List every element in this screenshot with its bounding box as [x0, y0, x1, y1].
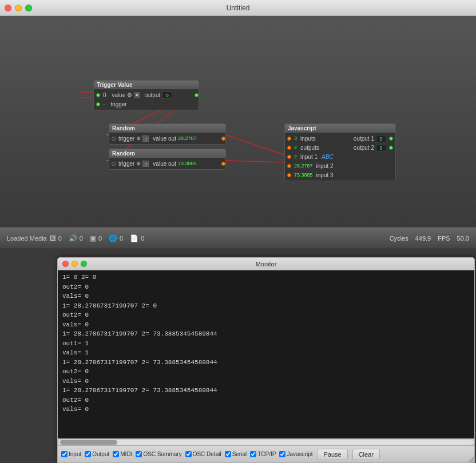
trigger-value-row-trigger: - trigger — [96, 99, 196, 109]
monitor-footer: Input Output MIDI OSC Summary OSC Detail… — [58, 445, 474, 462]
monitor-minimize-button[interactable] — [72, 261, 78, 267]
log-line: out1= 1 — [62, 339, 470, 349]
checkbox-javascript[interactable]: Javascript — [279, 451, 312, 457]
js-outputs-count: 2 — [294, 145, 297, 150]
clear-button[interactable]: Clear — [352, 449, 380, 460]
resize-handle[interactable] — [467, 456, 474, 462]
js-row-input1: 2 input 1 ABC — [287, 152, 393, 161]
x-button[interactable]: ✕ — [134, 92, 140, 98]
input-checkbox[interactable] — [61, 451, 68, 457]
web-group: 🌐 0 — [109, 234, 123, 242]
monitor-close-button[interactable] — [62, 261, 69, 267]
monitor-maximize-button[interactable] — [81, 261, 87, 267]
random1-port-in — [112, 137, 116, 141]
performance-stats: Cycles 449.9 FPS 50.0 — [390, 235, 469, 242]
checkbox-osc-summary[interactable]: OSC Summary — [136, 451, 181, 457]
loaded-media-group: Loaded Media 🖼 0 — [7, 234, 62, 242]
js-input1-count: 2 — [294, 154, 297, 159]
random1-value: 28.2787 — [178, 135, 197, 141]
checkbox-midi[interactable]: MIDI — [113, 451, 132, 457]
js-row-inputs: 3 inputs output 1 0 — [287, 134, 393, 143]
checkbox-tcpip[interactable]: TCP/IP — [250, 451, 276, 457]
javascript-body: 3 inputs output 1 0 2 outputs output 2 0 — [285, 133, 395, 181]
log-line: 1= 28.27867317199707 2= 73.3885345458984… — [62, 358, 470, 368]
q-button[interactable]: ? — [142, 135, 149, 142]
random1-port-out — [221, 137, 225, 141]
monitor-titlebar: Monitor — [58, 258, 474, 270]
js-output1-val: 0 — [376, 135, 386, 142]
output-value: 0 — [162, 91, 172, 99]
random2-trigger-label: trigger — [118, 161, 134, 167]
tcpip-checkbox[interactable] — [250, 451, 256, 457]
random2-port-out — [221, 162, 225, 166]
svg-line-3 — [226, 161, 286, 162]
js-port-in-input2 — [287, 164, 291, 168]
log-line: vals= 0 — [62, 320, 470, 330]
checkbox-serial[interactable]: Serial — [225, 451, 247, 457]
monitor-log[interactable]: 1= 0 2= 0out2= 0vals= 01= 28.27867317199… — [58, 270, 474, 438]
monitor-scrollbar[interactable] — [58, 438, 474, 445]
js-input1-label: input 1 — [300, 154, 318, 160]
js-output1-label: output 1 — [354, 135, 374, 142]
js-port-in-input1 — [287, 155, 291, 159]
monitor-window: Monitor 1= 0 2= 0out2= 0vals= 01= 28.278… — [57, 257, 475, 463]
audio-icon: 🔊 — [69, 234, 77, 242]
media-count: 0 — [58, 235, 62, 242]
window-title: Untitled — [227, 4, 250, 12]
q-button-2[interactable]: ? — [142, 161, 149, 167]
minimize-button[interactable] — [15, 5, 22, 11]
serial-checkbox[interactable] — [225, 451, 231, 457]
log-line: out2= 0 — [62, 282, 470, 292]
video-group: ▣ 0 — [90, 234, 102, 242]
port-in-trigger — [96, 102, 100, 106]
random2-value: 73.3885 — [178, 161, 197, 166]
maximize-button[interactable] — [25, 5, 32, 11]
file-icon: 📄 — [130, 234, 138, 242]
traffic-lights — [5, 5, 32, 11]
trigger-value-body: 0 value ⚙ ✕ output 0 - trigger — [94, 89, 199, 110]
osc-detail-checkbox[interactable] — [185, 451, 192, 457]
log-line: 1= 28.27867317199707 2= 73.3885345458984… — [62, 386, 470, 396]
random1-node: Random trigger ❄ ? value out 28.2787 — [109, 123, 226, 145]
output-label: output — [144, 92, 160, 98]
checkbox-input[interactable]: Input — [61, 451, 81, 457]
gear-icon[interactable]: ⚙ — [127, 92, 132, 98]
close-button[interactable] — [5, 5, 11, 11]
log-line: out2= 0 — [62, 367, 470, 377]
midi-checkbox[interactable] — [113, 451, 119, 457]
scrollbar-track — [59, 440, 473, 445]
js-port-in-3 — [287, 137, 291, 141]
js-port-in-2 — [287, 146, 291, 150]
js-port-in-input3 — [287, 173, 291, 177]
titlebar: Untitled — [0, 0, 476, 16]
random2-port-in — [112, 162, 116, 166]
output-checkbox[interactable] — [85, 451, 91, 457]
statusbar: Loaded Media 🖼 0 🔊 0 ▣ 0 🌐 0 📄 0 Cycles … — [0, 227, 476, 249]
pause-button[interactable]: Pause — [317, 449, 347, 460]
js-row-input2: 28.2787 input 2 — [287, 161, 393, 170]
media-icon: 🖼 — [49, 234, 56, 242]
javascript-checkbox[interactable] — [279, 451, 285, 457]
log-line: vals= 0 — [62, 377, 470, 386]
js-input3-label: input 3 — [316, 172, 334, 178]
canvas-area: Trigger Value 0 value ⚙ ✕ output 0 - tri… — [0, 16, 476, 227]
checkbox-osc-detail[interactable]: OSC Detail — [185, 451, 221, 457]
js-port-out-2 — [389, 146, 393, 150]
random2-value-label: value out — [153, 161, 176, 167]
js-input3-val: 73.3885 — [294, 172, 313, 178]
video-count: 0 — [98, 235, 102, 242]
web-icon: 🌐 — [109, 234, 117, 242]
snowflake-icon-2: ❄ — [136, 161, 141, 167]
checkbox-output[interactable]: Output — [85, 451, 109, 457]
video-icon: ▣ — [90, 234, 96, 242]
file-count: 0 — [141, 235, 144, 242]
random1-header: Random — [109, 124, 225, 133]
loaded-media-label: Loaded Media — [7, 235, 47, 242]
log-line: vals= 0 — [62, 292, 470, 301]
trigger-value-label-0: 0 — [103, 92, 106, 98]
js-output2-label: output 2 — [354, 145, 374, 151]
scrollbar-thumb[interactable] — [60, 440, 117, 445]
trigger-value-row-value: 0 value ⚙ ✕ output 0 — [96, 90, 196, 99]
osc-summary-checkbox[interactable] — [136, 451, 142, 457]
random2-node: Random trigger ❄ ? value out 73.3885 — [109, 149, 226, 170]
